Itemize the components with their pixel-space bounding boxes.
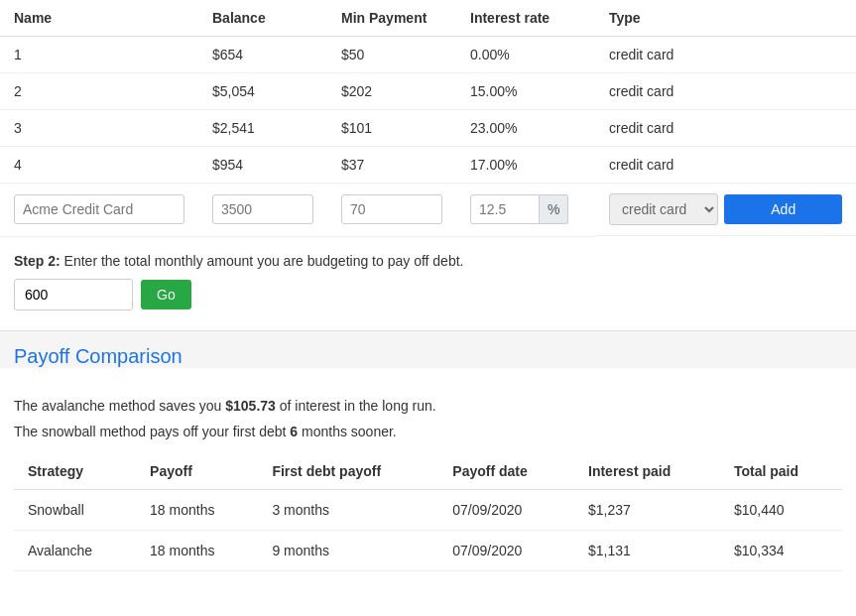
debt-cell-balance: $954 [198,147,327,184]
col-header-name: Name [0,0,198,37]
add-button[interactable]: Add [724,194,842,224]
comparison-header: Payoff date [438,453,574,490]
debt-cell-min_payment: $101 [327,110,456,147]
add-debt-row: % credit cardstudent loanmortgageother A… [0,184,856,237]
debt-cell-interest_rate: 23.00% [456,110,595,147]
step2-section: Step 2: Enter the total monthly amount y… [0,237,856,331]
comparison-cell-payoff: 18 months [136,489,258,530]
comparison-cell-payoff_date: 07/09/2020 [438,530,574,570]
new-balance-input[interactable] [212,194,313,224]
comparison-cell-payoff_date: 07/09/2020 [438,489,574,530]
comparison-cell-strategy: Avalanche [14,530,136,570]
debt-cell-type: credit card [595,37,856,73]
debt-row: 1$654$500.00%credit card [0,37,856,73]
comparison-cell-strategy: Snowball [14,489,136,530]
debt-cell-type: credit card [595,73,856,110]
payoff-section: Payoff Comparison [0,331,856,368]
go-button[interactable]: Go [141,280,191,309]
new-type-select[interactable]: credit cardstudent loanmortgageother [609,193,718,225]
comparison-cell-total_paid: $10,334 [720,530,842,570]
col-header-balance: Balance [198,0,327,37]
debt-cell-min_payment: $202 [327,73,456,110]
snowball-msg: The snowball method pays off your first … [14,424,842,439]
comparison-cell-interest_paid: $1,237 [574,489,720,530]
debt-cell-type: credit card [595,110,856,147]
col-header-interest-rate: Interest rate [456,0,595,37]
step2-description: Step 2: Enter the total monthly amount y… [14,253,842,269]
snowball-months: 6 [290,424,298,439]
comparison-cell-payoff: 18 months [136,530,258,570]
avalanche-msg: The avalanche method saves you $105.73 o… [14,398,842,414]
debt-cell-type: credit card [595,147,856,184]
debt-cell-name: 2 [0,73,198,110]
avalanche-amount: $105.73 [225,398,276,414]
col-header-min-payment: Min Payment [327,0,456,37]
comparison-cell-interest_paid: $1,131 [574,530,720,570]
debt-cell-name: 3 [0,110,198,147]
col-header-type: Type [595,0,856,37]
comparison-header: First debt payoff [258,453,438,490]
comparison-cell-total_paid: $10,440 [720,489,842,530]
debt-cell-interest_rate: 17.00% [456,147,595,184]
comparison-row: Snowball18 months3 months07/09/2020$1,23… [14,489,842,530]
debt-cell-balance: $5,054 [198,73,327,110]
payoff-info: The avalanche method saves you $105.73 o… [0,382,856,581]
debt-cell-name: 4 [0,147,198,184]
debt-row: 3$2,541$10123.00%credit card [0,110,856,147]
new-interest-input[interactable] [470,194,540,224]
comparison-cell-first_debt: 3 months [258,489,438,530]
debt-cell-interest_rate: 0.00% [456,37,595,73]
debt-row: 2$5,054$20215.00%credit card [0,73,856,110]
comparison-header: Strategy [14,453,136,490]
debt-cell-interest_rate: 15.00% [456,73,595,110]
comparison-header: Payoff [136,453,258,490]
debt-cell-balance: $654 [198,37,327,73]
debt-cell-min_payment: $50 [327,37,456,73]
payoff-title: Payoff Comparison [14,345,842,368]
budget-input[interactable]: 600 [14,279,133,310]
comparison-header: Interest paid [574,453,720,490]
step2-label: Step 2: [14,253,61,269]
comparison-cell-first_debt: 9 months [258,530,438,570]
percent-label: % [540,194,568,224]
debt-cell-min_payment: $37 [327,147,456,184]
comparison-header: Total paid [720,453,842,490]
new-name-input[interactable] [14,194,184,224]
debt-cell-balance: $2,541 [198,110,327,147]
debt-cell-name: 1 [0,37,198,73]
debt-table: Name Balance Min Payment Interest rate T… [0,0,856,237]
comparison-table: StrategyPayoffFirst debt payoffPayoff da… [14,453,842,571]
debt-row: 4$954$3717.00%credit card [0,147,856,184]
new-min-payment-input[interactable] [341,194,442,224]
comparison-row: Avalanche18 months9 months07/09/2020$1,1… [14,530,842,570]
